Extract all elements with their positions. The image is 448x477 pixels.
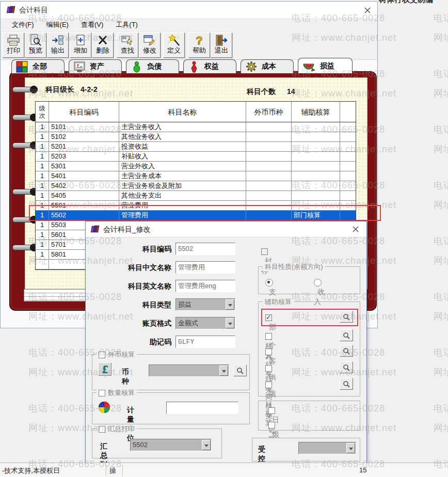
tab-equity[interactable]: 权益 <box>183 59 236 73</box>
summary-print-checkbox[interactable] <box>99 426 105 433</box>
currency-type-label: 币种 <box>122 368 129 386</box>
add-page-button[interactable]: 增加 <box>70 33 91 58</box>
bank-book-checkbox[interactable] <box>268 422 275 428</box>
tab-gear[interactable]: 成本 <box>241 59 294 73</box>
table-row[interactable]: 15203补贴收入 <box>36 152 356 162</box>
close-icon <box>364 7 371 13</box>
grid-colors-icon <box>16 60 28 73</box>
binder-ring <box>12 142 36 148</box>
dept-accounting-checkbox[interactable] <box>265 314 272 321</box>
watermark-text: 网址：www.chanjet.net <box>434 422 448 434</box>
currency-search-button[interactable] <box>233 364 247 376</box>
magic-wand-button[interactable]: 定义 <box>163 33 185 58</box>
watermark-text: 网址：www.chanjet.net <box>434 31 448 44</box>
table-row[interactable]: 15301营业外收入 <box>36 162 356 171</box>
help-icon: ? <box>193 34 206 46</box>
chevron-down-icon[interactable] <box>226 299 234 310</box>
subject-count-value: 14 <box>287 87 295 96</box>
subject-cn-name-label: 科目中文名称 <box>87 261 171 274</box>
dialog-titlebar: 会计科目_修改 <box>86 221 366 237</box>
project-accounting-search-button[interactable] <box>340 378 353 390</box>
watermark-text: 电话：400-665-0028 <box>434 68 448 80</box>
exit-door-button[interactable]: 退出 <box>211 33 232 58</box>
summary-to-combo[interactable]: 5502 <box>130 439 212 451</box>
svg-text:?: ? <box>196 34 202 46</box>
controlled-system-combo[interactable] <box>298 442 356 454</box>
currency-combo[interactable] <box>149 364 229 377</box>
tab-watermelon[interactable]: 损益 <box>298 58 353 73</box>
binder-ring <box>12 115 36 120</box>
table-row[interactable]: 15401主营业务成本 <box>36 171 356 181</box>
quantity-checkbox[interactable] <box>99 390 105 396</box>
sealed-checkbox[interactable] <box>261 248 268 255</box>
chevron-down-icon[interactable] <box>226 318 234 328</box>
ledger-format-combo[interactable]: 金额式 <box>175 317 235 329</box>
journal-book-checkbox[interactable] <box>268 407 275 414</box>
delete-x-button[interactable]: 删除 <box>92 33 114 58</box>
binder-ring <box>12 217 36 222</box>
output-button[interactable]: 输出 <box>47 33 69 58</box>
preview-icon <box>29 34 42 46</box>
table-row[interactable]: 15101主营业务收入 <box>36 122 356 132</box>
tab-asset[interactable]: 资产 <box>69 59 122 73</box>
supplier-current-checkbox[interactable] <box>265 365 272 372</box>
watermark-text: 网址：www.chanjet.net <box>434 199 448 211</box>
watermark-text: 电话：400-665-0028 <box>434 123 448 136</box>
table-row[interactable]: 15201投资收益 <box>36 142 356 152</box>
subject-type-combo[interactable]: 损益 <box>175 298 235 311</box>
preview-button[interactable]: 预览 <box>25 33 46 58</box>
customer-current-checkbox[interactable] <box>265 348 272 355</box>
personal-current-search-button[interactable] <box>340 329 353 341</box>
table-row[interactable]: 15102其他业务收入 <box>36 132 356 142</box>
window-close-button[interactable] <box>359 4 376 17</box>
status-bar: -技术支持,本授权日 操 15 <box>0 463 448 477</box>
chevron-down-icon[interactable] <box>346 443 355 453</box>
expense-radio[interactable] <box>265 279 273 287</box>
table-header: 级次科目编码科目名称外币币种辅助核算 <box>36 102 356 122</box>
table-row-selected[interactable]: 15502管理费用部门核算 <box>36 211 356 220</box>
dialog-close-button[interactable] <box>347 222 364 236</box>
project-accounting-checkbox[interactable] <box>265 381 272 388</box>
subject-cn-name-input[interactable]: 管理费用 <box>175 261 235 274</box>
subject-code-input[interactable]: 5502 <box>175 243 235 255</box>
watermark-text: 网址：www.chanjet.net <box>434 87 448 100</box>
menu-edit[interactable]: 编辑(E) <box>40 19 75 31</box>
tab-grid-colors[interactable]: 全部 <box>11 59 65 73</box>
dept-accounting-search-button[interactable] <box>340 311 353 323</box>
table-row[interactable]: 15402主营业务税金及附加 <box>36 181 356 191</box>
watermark-text: 网址：www.chanjet.net <box>434 255 448 267</box>
chevron-down-icon[interactable] <box>202 440 211 450</box>
chevron-down-icon[interactable] <box>219 365 228 376</box>
menu-view[interactable]: 查看(V) <box>75 19 109 31</box>
watermark-text: 电话：400-665-0028 <box>434 12 448 24</box>
window-title: 会计科目 <box>19 6 48 15</box>
mnemonic-label: 助记码 <box>87 336 171 348</box>
find-button[interactable]: 查找 <box>117 33 138 58</box>
menu-file[interactable]: 文件(F) <box>6 19 40 31</box>
table-row[interactable]: 15405其他业务支出 <box>36 191 356 201</box>
income-radio[interactable] <box>314 279 322 287</box>
table-row[interactable]: 15501营业费用 <box>36 201 356 211</box>
asset-icon <box>73 60 86 73</box>
customer-current-search-button[interactable] <box>340 345 353 357</box>
watermark-text: 网址：www.chanjet.net <box>434 310 448 323</box>
printer-button[interactable]: 打印 <box>3 33 24 58</box>
tab-liability[interactable]: 负债 <box>126 59 179 73</box>
modify-icon <box>143 34 156 46</box>
menu-tools[interactable]: 工具(T) <box>109 19 144 31</box>
supplier-current-search-button[interactable] <box>340 361 353 373</box>
books-icon <box>7 5 17 15</box>
watermark-text: 电话：400-665-0028 <box>434 346 448 359</box>
delete-x-icon <box>96 34 109 46</box>
foreign-currency-checkbox[interactable] <box>99 352 105 358</box>
subject-en-name-input[interactable]: 管理费用eng <box>175 280 235 292</box>
find-icon <box>121 34 134 46</box>
help-button[interactable]: ?帮助 <box>188 33 210 58</box>
unit-input[interactable] <box>166 402 238 414</box>
modify-button[interactable]: 修改 <box>139 33 161 58</box>
level-length-label: 科目级长 <box>45 85 74 94</box>
mnemonic-input[interactable]: GLFY <box>175 336 235 348</box>
subject-type-label: 科目类型 <box>87 298 171 311</box>
personal-current-checkbox[interactable] <box>265 333 272 340</box>
pound-icon: £ <box>98 362 111 376</box>
